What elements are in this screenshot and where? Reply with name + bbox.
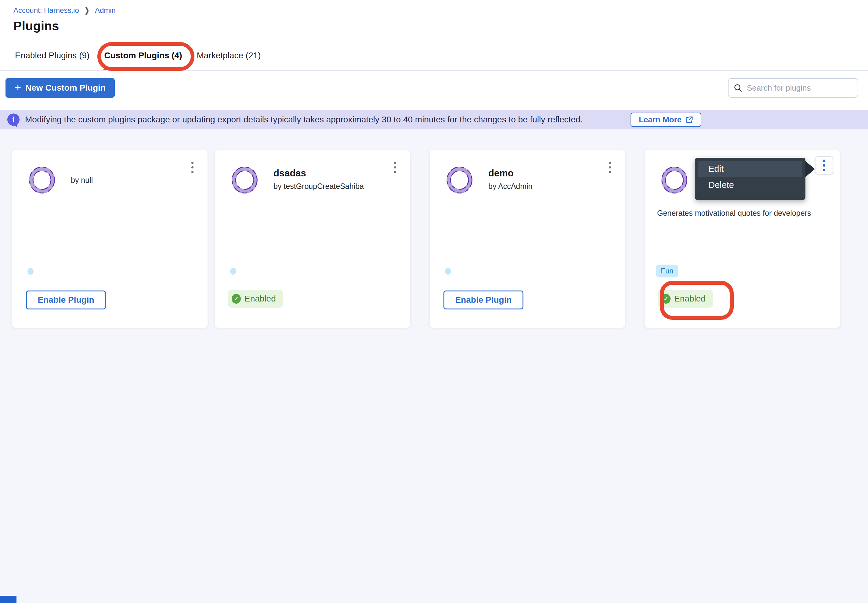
plugin-card-demo: demo by AccAdmin Enable Plugin	[430, 150, 625, 328]
fun-tag: Fun	[656, 264, 678, 277]
enable-plugin-button[interactable]: Enable Plugin	[26, 291, 106, 309]
kebab-menu-icon[interactable]	[607, 161, 613, 174]
menu-item-delete[interactable]: Delete	[698, 177, 802, 193]
kebab-menu-icon[interactable]	[392, 161, 398, 174]
plugin-author: by AccAdmin	[488, 182, 532, 191]
blue-dot	[445, 268, 451, 275]
blue-dot	[28, 268, 34, 275]
enabled-status-badge: ✓ Enabled	[228, 290, 283, 308]
plugin-name: dsadas	[274, 168, 306, 179]
tab-bar: Enabled Plugins (9) Custom Plugins (4) M…	[15, 41, 261, 70]
search-icon	[733, 83, 743, 93]
breadcrumb: Account: Harness.io ❯ Admin	[14, 6, 116, 15]
menu-item-edit[interactable]: Edit	[698, 161, 802, 177]
new-custom-plugin-label: New Custom Plugin	[25, 83, 105, 93]
plugin-logo-icon	[28, 165, 56, 195]
plugin-search	[728, 78, 858, 97]
search-input[interactable]	[747, 83, 853, 93]
enabled-label: Enabled	[244, 294, 276, 304]
check-circle-icon: ✓	[232, 294, 241, 304]
context-menu-pointer	[805, 161, 815, 177]
plugins-page: Account: Harness.io ❯ Admin Plugins Enab…	[0, 0, 868, 603]
plugin-card-motivational: Edit Delete Generates motivational quote…	[645, 150, 840, 328]
learn-more-button[interactable]: Learn More	[631, 113, 701, 127]
plugin-logo-icon	[230, 165, 259, 195]
plugin-logo-icon	[660, 165, 689, 195]
breadcrumb-admin-link[interactable]: Admin	[95, 6, 116, 15]
info-icon: i	[7, 113, 20, 126]
plugin-card-dsadas: dsadas by testGroupCreateSahiba ✓ Enable…	[215, 150, 410, 328]
banner-message: Modifying the custom plugins package or …	[25, 115, 583, 125]
new-custom-plugin-button[interactable]: + New Custom Plugin	[6, 78, 115, 97]
external-link-icon	[685, 116, 693, 124]
enable-plugin-button[interactable]: Enable Plugin	[444, 291, 523, 309]
info-banner: i Modifying the custom plugins package o…	[0, 110, 868, 129]
context-menu: Edit Delete	[695, 158, 805, 200]
plugin-author: by testGroupCreateSahiba	[274, 182, 364, 191]
plus-icon: +	[15, 82, 21, 93]
tab-custom-plugins[interactable]: Custom Plugins (4)	[104, 41, 182, 70]
plugin-name: demo	[488, 168, 514, 179]
learn-more-label: Learn More	[639, 115, 682, 125]
plugin-card-null: by null Enable Plugin	[12, 150, 207, 328]
kebab-menu-button[interactable]	[815, 156, 833, 175]
tab-divider	[0, 70, 868, 71]
kebab-menu-icon[interactable]	[189, 161, 195, 174]
enabled-label: Enabled	[674, 294, 706, 304]
check-circle-icon: ✓	[661, 294, 670, 304]
corner-artifact	[0, 596, 17, 603]
plugin-author: by null	[71, 176, 93, 185]
breadcrumb-account-link[interactable]: Account: Harness.io	[14, 6, 79, 15]
chevron-right-icon: ❯	[85, 6, 89, 15]
tab-marketplace[interactable]: Marketplace (21)	[197, 41, 261, 70]
plugin-description: Generates motivational quotes for develo…	[657, 209, 823, 218]
enabled-status-badge: ✓ Enabled	[658, 290, 713, 308]
tab-enabled-plugins[interactable]: Enabled Plugins (9)	[15, 41, 90, 70]
cards-area: by null Enable Plugin dsadas by testGrou…	[0, 129, 868, 603]
plugin-logo-icon	[445, 165, 474, 195]
blue-dot	[230, 268, 236, 275]
page-title: Plugins	[14, 19, 59, 33]
